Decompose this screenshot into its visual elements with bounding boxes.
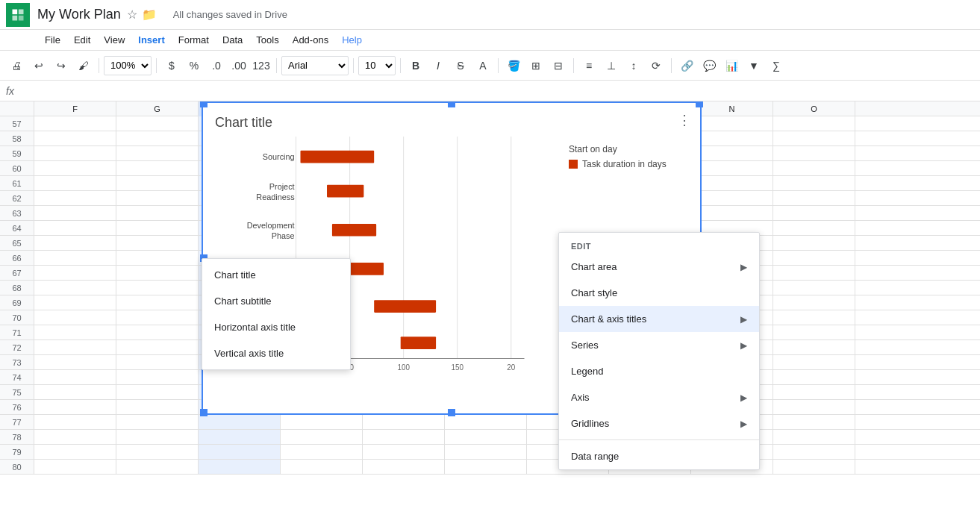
cell[interactable] bbox=[773, 385, 855, 399]
cell[interactable] bbox=[34, 146, 116, 160]
decimal-inc-button[interactable]: .00 bbox=[228, 55, 249, 76]
cell[interactable] bbox=[116, 370, 199, 384]
submenu-item-vertical-axis-title[interactable]: Vertical axis title bbox=[202, 340, 350, 366]
cell[interactable] bbox=[34, 385, 116, 399]
menu-help[interactable]: Help bbox=[336, 33, 368, 47]
filter-button[interactable]: ▼ bbox=[743, 55, 764, 76]
cell[interactable] bbox=[773, 266, 855, 280]
print-button[interactable]: 🖨 bbox=[6, 55, 27, 76]
cell[interactable] bbox=[691, 161, 773, 175]
align-v-button[interactable]: ⊥ bbox=[601, 55, 622, 76]
cell[interactable] bbox=[116, 206, 199, 220]
font-size-select[interactable]: 10 bbox=[358, 56, 396, 75]
cell[interactable] bbox=[116, 415, 199, 429]
number-format-button[interactable]: 123 bbox=[251, 55, 272, 76]
cell[interactable] bbox=[773, 355, 855, 369]
align-left-button[interactable]: ≡ bbox=[578, 55, 599, 76]
cell[interactable] bbox=[116, 445, 199, 459]
menu-tools[interactable]: Tools bbox=[250, 33, 284, 47]
cell[interactable] bbox=[34, 191, 116, 205]
col-header-G[interactable]: G bbox=[116, 101, 199, 116]
cell[interactable] bbox=[34, 131, 116, 145]
cell[interactable] bbox=[773, 460, 855, 474]
cell[interactable] bbox=[34, 161, 116, 175]
cell[interactable] bbox=[773, 400, 855, 414]
menu-data[interactable]: Data bbox=[216, 33, 249, 47]
cell[interactable] bbox=[34, 325, 116, 339]
col-header-O[interactable]: O bbox=[773, 101, 855, 116]
bold-button[interactable]: B bbox=[405, 55, 426, 76]
cell[interactable] bbox=[773, 116, 855, 131]
cell[interactable] bbox=[281, 430, 363, 444]
menu-option-legend[interactable]: Legend bbox=[559, 358, 759, 384]
zoom-select[interactable]: 100% bbox=[104, 56, 152, 75]
cell[interactable] bbox=[34, 460, 116, 474]
submenu-item-horizontal-axis-title[interactable]: Horizontal axis title bbox=[202, 314, 350, 340]
cell[interactable] bbox=[116, 310, 199, 325]
cell[interactable] bbox=[116, 236, 199, 250]
cell[interactable] bbox=[445, 445, 527, 459]
cell[interactable] bbox=[34, 295, 116, 310]
cell[interactable] bbox=[773, 325, 855, 339]
cell[interactable] bbox=[116, 116, 199, 131]
col-header-N[interactable]: N bbox=[691, 101, 773, 116]
cell[interactable] bbox=[773, 221, 855, 235]
cell[interactable] bbox=[34, 176, 116, 190]
cell[interactable] bbox=[445, 460, 527, 474]
cell[interactable] bbox=[116, 385, 199, 399]
cell[interactable] bbox=[34, 221, 116, 235]
cell[interactable] bbox=[116, 251, 199, 265]
cell[interactable] bbox=[34, 430, 116, 444]
menu-option-chart-axis-titles[interactable]: Chart & axis titles ▶ bbox=[559, 306, 759, 332]
menu-insert[interactable]: Insert bbox=[132, 33, 170, 47]
rotate-button[interactable]: ⟳ bbox=[646, 55, 667, 76]
cell[interactable] bbox=[116, 146, 199, 160]
cell[interactable] bbox=[116, 176, 199, 190]
cell[interactable] bbox=[773, 176, 855, 190]
cell[interactable] bbox=[691, 116, 773, 131]
cell[interactable] bbox=[773, 206, 855, 220]
cell[interactable] bbox=[116, 191, 199, 205]
cell[interactable] bbox=[116, 430, 199, 444]
menu-view[interactable]: View bbox=[98, 33, 131, 47]
cell[interactable] bbox=[34, 415, 116, 429]
cell[interactable] bbox=[34, 355, 116, 369]
cell[interactable] bbox=[773, 146, 855, 160]
cell[interactable] bbox=[445, 415, 527, 429]
cell[interactable] bbox=[773, 415, 855, 429]
cell[interactable] bbox=[116, 131, 199, 145]
font-select[interactable]: Arial bbox=[281, 56, 349, 75]
cell[interactable] bbox=[773, 236, 855, 250]
cell[interactable] bbox=[199, 460, 281, 474]
menu-addons[interactable]: Add-ons bbox=[287, 33, 334, 47]
cell[interactable] bbox=[691, 146, 773, 160]
italic-button[interactable]: I bbox=[428, 55, 449, 76]
cell[interactable] bbox=[116, 266, 199, 280]
menu-file[interactable]: File bbox=[39, 33, 66, 47]
menu-option-gridlines[interactable]: Gridlines ▶ bbox=[559, 410, 759, 436]
chart-menu-button[interactable]: ⋮ bbox=[678, 112, 691, 128]
merge-button[interactable]: ⊟ bbox=[548, 55, 569, 76]
cell[interactable] bbox=[199, 430, 281, 444]
cell[interactable] bbox=[773, 370, 855, 384]
function-button[interactable]: ∑ bbox=[766, 55, 787, 76]
cell[interactable] bbox=[773, 430, 855, 444]
cell[interactable] bbox=[773, 131, 855, 145]
cell[interactable] bbox=[34, 400, 116, 414]
cell[interactable] bbox=[34, 266, 116, 280]
cell[interactable] bbox=[116, 460, 199, 474]
cell[interactable] bbox=[363, 460, 445, 474]
wrap-button[interactable]: ↕ bbox=[623, 55, 644, 76]
cell[interactable] bbox=[691, 176, 773, 190]
cell[interactable] bbox=[116, 221, 199, 235]
cell[interactable] bbox=[116, 281, 199, 295]
submenu-item-chart-title[interactable]: Chart title bbox=[202, 262, 350, 288]
percent-button[interactable]: % bbox=[184, 55, 205, 76]
cell[interactable] bbox=[116, 340, 199, 354]
comment-button[interactable]: 💬 bbox=[699, 55, 720, 76]
cell[interactable] bbox=[691, 191, 773, 205]
cell[interactable] bbox=[691, 131, 773, 145]
cell[interactable] bbox=[34, 340, 116, 354]
cell[interactable] bbox=[199, 445, 281, 459]
cell[interactable] bbox=[363, 415, 445, 429]
